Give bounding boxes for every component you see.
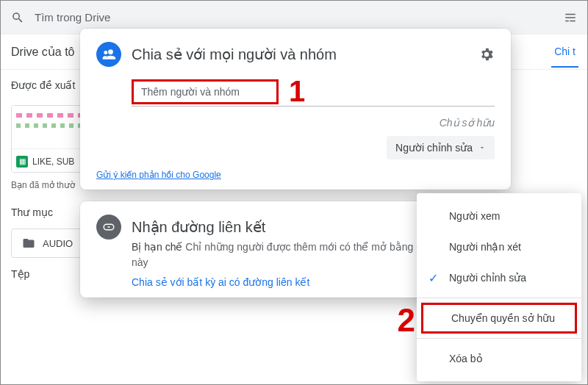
annotation-1: 1 bbox=[289, 75, 305, 108]
people-icon bbox=[96, 42, 121, 67]
my-drive-label: Drive của tô bbox=[11, 45, 74, 59]
tune-icon[interactable] bbox=[564, 11, 577, 24]
role-dropdown-label: Người chỉnh sửa bbox=[395, 142, 473, 154]
search-icon bbox=[11, 11, 24, 24]
menu-item-remove[interactable]: Xóa bỏ bbox=[417, 343, 581, 374]
annotation-2: 2 bbox=[398, 302, 415, 339]
link-icon bbox=[96, 215, 121, 240]
menu-separator bbox=[417, 298, 581, 298]
owner-label: Chủ sở hữu bbox=[440, 117, 495, 129]
sheets-icon: ▦ bbox=[16, 156, 28, 168]
role-menu: Người xem Người nhận xét Người chỉnh sửa… bbox=[417, 193, 581, 381]
share-dialog-title: Chia sẻ với mọi người và nhóm bbox=[132, 46, 468, 63]
folder-icon bbox=[22, 237, 35, 250]
menu-separator bbox=[417, 338, 581, 339]
search-placeholder: Tìm trong Drive bbox=[35, 11, 553, 24]
share-dialog: Chia sẻ với mọi người và nhóm Thêm người… bbox=[80, 29, 511, 190]
gear-icon[interactable] bbox=[478, 46, 495, 62]
menu-item-transfer-ownership[interactable]: Chuyển quyền sở hữu bbox=[421, 303, 577, 334]
restricted-bold: Bị hạn chế bbox=[132, 241, 182, 253]
menu-item-editor[interactable]: Người chỉnh sửa bbox=[417, 262, 581, 293]
role-dropdown-button[interactable]: Người chỉnh sửa bbox=[387, 136, 495, 159]
add-people-placeholder: Thêm người và nhóm bbox=[141, 86, 240, 98]
file-thumbnail bbox=[12, 106, 91, 148]
chevron-down-icon bbox=[478, 144, 486, 151]
tab-details[interactable]: Chi t bbox=[551, 37, 578, 68]
feedback-link[interactable]: Gửi ý kiến phản hồi cho Google bbox=[96, 170, 221, 180]
file-name: LIKE, SUB bbox=[32, 156, 74, 167]
folder-name: AUDIO bbox=[43, 238, 73, 249]
add-people-input[interactable]: Thêm người và nhóm bbox=[132, 79, 279, 104]
menu-item-commenter[interactable]: Người nhận xét bbox=[417, 231, 581, 262]
share-anyone-link[interactable]: Chia sẻ với bất kỳ ai có đường liên kết bbox=[132, 276, 309, 288]
folder-chip[interactable]: AUDIO bbox=[11, 229, 84, 258]
menu-item-viewer[interactable]: Người xem bbox=[417, 201, 581, 231]
add-people-row: Thêm người và nhóm 1 bbox=[132, 77, 495, 107]
